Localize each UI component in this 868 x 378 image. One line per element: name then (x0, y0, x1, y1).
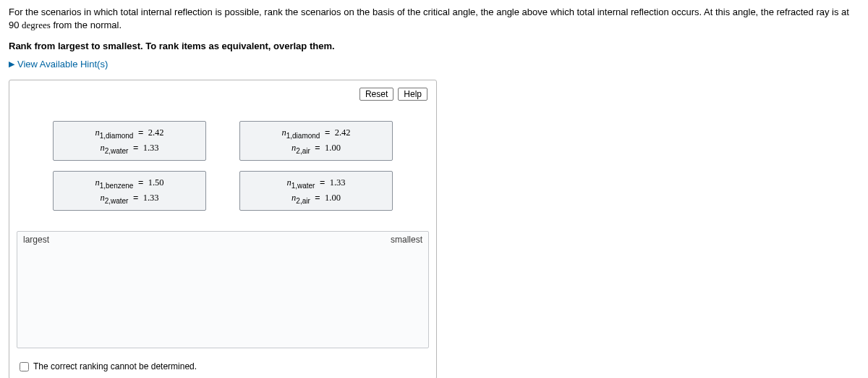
drop-label-smallest: smallest (386, 235, 427, 245)
ranking-drop-zone[interactable]: largest smallest (17, 231, 429, 348)
cannot-determine-row[interactable]: The correct ranking cannot be determined… (17, 361, 429, 371)
rank-item[interactable]: n1,benzene = 1.50 n2,water = 1.33 (53, 171, 206, 211)
question-line1-post: from the normal. (51, 20, 122, 30)
rank-item[interactable]: n1,diamond = 2.42 n2,water = 1.33 (53, 121, 206, 161)
degrees-word: degrees (22, 20, 51, 30)
hint-link-label: View Available Hint(s) (17, 59, 108, 70)
ranking-panel: Reset Help n1,diamond = 2.42 n2,water = … (9, 80, 437, 378)
question-text: For the scenarios in which total interna… (9, 6, 859, 32)
rank-item[interactable]: n1,diamond = 2.42 n2,air = 1.00 (239, 121, 393, 161)
view-hints-link[interactable]: ▶ View Available Hint(s) (9, 59, 859, 70)
rank-item[interactable]: n1,water = 1.33 n2,air = 1.00 (239, 171, 393, 211)
panel-toolbar: Reset Help (17, 88, 429, 101)
question-line1-pre: For the scenarios in which total interna… (9, 7, 849, 30)
chevron-right-icon: ▶ (9, 59, 14, 69)
help-button[interactable]: Help (398, 88, 427, 101)
reset-button[interactable]: Reset (359, 88, 393, 101)
cannot-determine-label: The correct ranking cannot be determined… (33, 361, 197, 371)
rank-instruction: Rank from largest to smallest. To rank i… (9, 41, 859, 51)
cannot-determine-checkbox[interactable] (20, 362, 29, 371)
drop-label-largest: largest (19, 235, 54, 245)
rank-items-source: n1,diamond = 2.42 n2,water = 1.33 n1,dia… (17, 121, 429, 211)
